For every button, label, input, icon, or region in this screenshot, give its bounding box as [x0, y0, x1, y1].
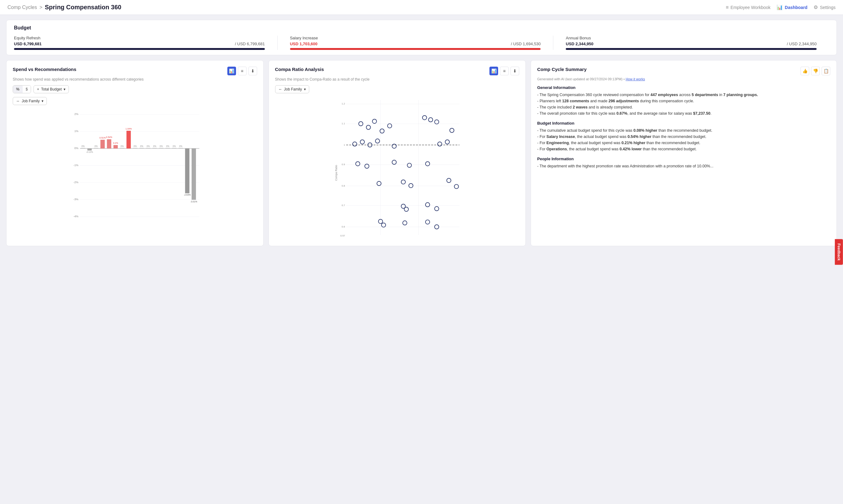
dashboard-icon: 📊: [777, 4, 783, 10]
scatter-dot: [387, 124, 392, 128]
spend-bar-chart: 2% 1% 0% -1% -2% -3% -4%: [13, 109, 257, 227]
svg-text:0%: 0%: [153, 145, 156, 147]
spend-chart-header: Spend vs Recommendations 📊 ≡ ⬇: [13, 67, 257, 75]
compa-list-view-btn[interactable]: ≡: [500, 67, 509, 75]
summary-card: Comp Cycle Summary 👍 👎 📋 Generated with …: [531, 60, 837, 246]
svg-text:0.51%: 0.51%: [100, 137, 106, 139]
svg-text:-3%: -3%: [73, 198, 78, 201]
svg-text:0.7: 0.7: [341, 204, 345, 207]
summary-title: Comp Cycle Summary: [537, 67, 586, 72]
budget-bonus-label: Annual Bonus: [566, 36, 816, 40]
spend-chart-list-view-btn[interactable]: ≡: [238, 67, 247, 75]
comp-cycles-link[interactable]: Comp Cycles: [7, 5, 37, 10]
bar-16: [185, 148, 190, 194]
budget-equity-fill: [14, 48, 265, 50]
scatter-dot: [355, 162, 360, 166]
ai-info: Generated with AI (last updated at 09/27…: [537, 77, 830, 81]
plus-icon: +: [37, 87, 39, 91]
compa-bar-view-btn[interactable]: 📊: [489, 67, 498, 75]
budget-salary-amount: USD 1,703,600: [290, 41, 318, 46]
bar-13: [165, 148, 170, 148]
bar-6: [120, 148, 124, 148]
bar-0: [81, 148, 85, 148]
compa-arrows-icon: ↔: [279, 87, 282, 91]
budget-salary-fill: [290, 48, 541, 50]
scatter-dot: [352, 142, 357, 146]
thumbs-down-btn[interactable]: 👎: [811, 67, 820, 75]
spend-chart-download-btn[interactable]: ⬇: [248, 67, 257, 75]
how-it-works-link[interactable]: How it works: [626, 77, 645, 81]
budget-bonus-values: USD 2,344,950 / USD 2,344,950: [566, 41, 816, 46]
budget-equity-label: Equity Refresh: [14, 36, 265, 40]
svg-text:0.2%: 0.2%: [113, 142, 118, 144]
spend-group-dropdown[interactable]: ↔ Job Family ▾: [13, 97, 47, 105]
summary-budget: Budget Information - The cumulative actu…: [537, 121, 830, 152]
svg-text:0.54%: 0.54%: [106, 136, 112, 138]
settings-icon: ⚙: [813, 4, 818, 10]
main-content: Budget Equity Refresh USD 6,799,681 / US…: [0, 15, 843, 251]
budget-salary-total: / USD 1,694,530: [511, 41, 541, 46]
scatter-dot: [403, 221, 407, 225]
svg-text:0%: 0%: [140, 145, 143, 147]
svg-text:0%: 0%: [166, 145, 169, 147]
spend-budget-dropdown[interactable]: + Total Budget ▾: [34, 85, 69, 93]
group-dropdown-label: Job Family: [22, 99, 40, 103]
compa-scatter-svg: Compa Ratio 1.2 1.1 1 0.9 0.8 0.7 0.6 0.…: [275, 97, 520, 239]
spend-chart-bar-view-btn[interactable]: 📊: [227, 67, 236, 75]
summary-header: Comp Cycle Summary 👍 👎 📋: [537, 67, 830, 75]
svg-text:0.6: 0.6: [341, 226, 345, 228]
bar-14: [172, 148, 176, 148]
summary-general-title: General Information: [537, 85, 830, 90]
scatter-dot: [425, 162, 429, 166]
scatter-dot: [428, 118, 433, 122]
arrows-icon: ↔: [16, 99, 20, 103]
svg-text:0.57: 0.57: [340, 234, 345, 237]
spend-group-row: ↔ Job Family ▾: [13, 97, 257, 105]
feedback-tab[interactable]: Feedback: [835, 239, 843, 251]
budget-bonus: Annual Bonus USD 2,344,950 / USD 2,344,9…: [553, 36, 829, 50]
budget-bonus-total: / USD 2,344,950: [787, 41, 816, 46]
thumbs-up-btn[interactable]: 👍: [801, 67, 809, 75]
bar-9: [140, 148, 144, 148]
header-nav: ≡ Employee Workbook 📊 Dashboard ⚙ Settin…: [726, 4, 836, 10]
svg-text:0%: 0%: [147, 145, 150, 147]
spend-chart-controls: % $ + Total Budget ▾: [13, 85, 257, 93]
scatter-dot: [381, 223, 386, 227]
scatter-dot: [407, 163, 411, 167]
spend-chart-card: Spend vs Recommendations 📊 ≡ ⬇ Shows how…: [6, 60, 264, 246]
svg-text:-1%: -1%: [73, 164, 78, 167]
scatter-dot: [372, 119, 376, 123]
spend-chart-actions: 📊 ≡ ⬇: [227, 67, 257, 75]
scatter-dot: [425, 203, 429, 207]
compa-chart-card: Compa Ratio Analysis 📊 ≡ ⬇ Shows the imp…: [268, 60, 526, 246]
nav-dashboard[interactable]: 📊 Dashboard: [777, 4, 807, 10]
toggle-percent-btn[interactable]: %: [13, 86, 23, 93]
toggle-dollar-btn[interactable]: $: [23, 86, 31, 93]
spend-bar-chart-svg: 2% 1% 0% -1% -2% -3% -4%: [13, 109, 257, 227]
copy-btn[interactable]: 📋: [822, 67, 830, 75]
compa-dropdown-label: Job Family: [284, 87, 302, 91]
summary-budget-title: Budget Information: [537, 121, 830, 126]
nav-workbook[interactable]: ≡ Employee Workbook: [726, 5, 770, 10]
svg-text:0%: 0%: [173, 145, 176, 147]
scatter-dot: [401, 180, 405, 184]
svg-text:0%: 0%: [179, 145, 182, 147]
svg-text:-0.12%: -0.12%: [86, 151, 93, 153]
compa-chevron-icon: ▾: [304, 87, 306, 91]
svg-text:2%: 2%: [74, 112, 78, 115]
bar-2: [94, 148, 98, 148]
bar-1: [87, 148, 92, 151]
svg-text:1.2: 1.2: [341, 102, 345, 105]
compa-download-btn[interactable]: ⬇: [510, 67, 519, 75]
budget-dropdown-label: Total Budget: [41, 87, 62, 91]
compa-chart-title: Compa Ratio Analysis: [275, 67, 324, 72]
summary-people: People Information - The department with…: [537, 157, 830, 169]
budget-salary-label: Salary Increase: [290, 36, 541, 40]
bar-15: [179, 148, 183, 148]
header: Comp Cycles > Spring Compensation 360 ≡ …: [0, 0, 843, 15]
nav-settings-label: Settings: [820, 5, 836, 10]
nav-settings[interactable]: ⚙ Settings: [813, 4, 836, 10]
compa-group-dropdown[interactable]: ↔ Job Family ▾: [275, 85, 309, 93]
chevron-down-icon-2: ▾: [41, 99, 43, 103]
budget-equity: Equity Refresh USD 6,799,681 / USD 6,799…: [14, 36, 277, 50]
